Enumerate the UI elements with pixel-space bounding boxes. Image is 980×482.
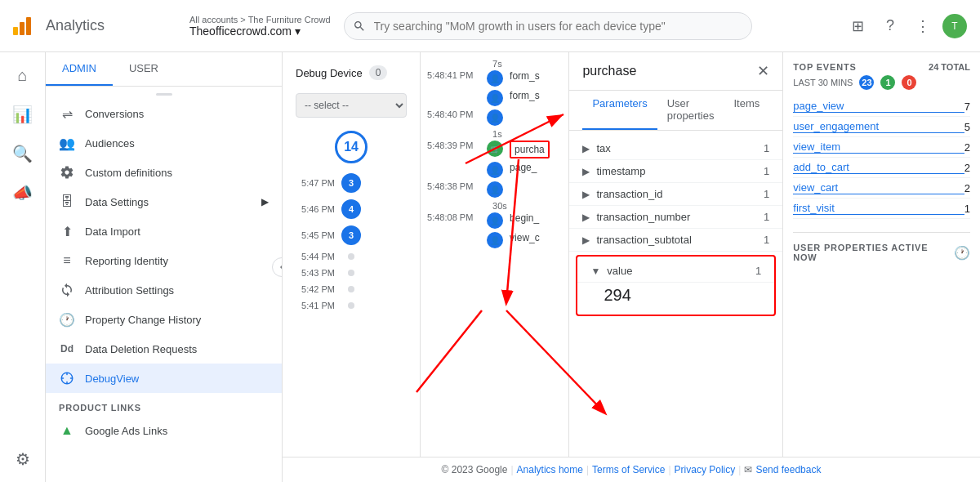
event-list-item-view-item: view_item 2: [793, 137, 970, 158]
event-time: 5:48:40 PM: [427, 109, 480, 119]
stream-row: 5:48:40 PM 👤: [427, 109, 562, 126]
param-name: tax: [596, 142, 764, 154]
sidebar-item-attribution-settings[interactable]: Attribution Settings: [46, 275, 282, 305]
tab-admin[interactable]: ADMIN: [46, 52, 113, 86]
custom-def-icon: [59, 164, 75, 181]
value-expanded: 294: [577, 283, 774, 311]
stream-row: 👤 form_s: [427, 90, 562, 106]
event-time: 5:48:38 PM: [427, 181, 480, 191]
product-links-section: PRODUCT LINKS: [46, 393, 282, 416]
main-area: Debug Device 0 -- select -- 14 5:47 PM 3: [283, 52, 980, 482]
sidebar: ADMIN USER ⇌ Conversions 👥 Audiences Cus…: [46, 52, 283, 482]
sidebar-item-change-history[interactable]: 🕐 Property Change History: [46, 305, 282, 334]
user-props-section: USER PROPERTIES ACTIVE NOW 🕐: [793, 232, 970, 262]
event-list-item-user-engagement: user_engagement 5: [793, 117, 970, 137]
sidebar-item-data-import[interactable]: ⬆ Data Import: [46, 216, 282, 246]
top-events-total: 24 TOTAL: [929, 62, 970, 72]
timeline-row: 5:45 PM 3: [296, 222, 407, 248]
sidebar-tabs: ADMIN USER: [46, 52, 282, 87]
apps-icon[interactable]: ⊞: [844, 13, 871, 39]
settings-bottom-icon[interactable]: ⚙: [7, 443, 39, 475]
google-ads-label: Google Ads Links: [85, 425, 167, 437]
event-link-view-item[interactable]: view_item: [793, 141, 964, 154]
sidebar-item-data-deletion[interactable]: Dd Data Deletion Requests: [46, 334, 282, 364]
account-name[interactable]: Theofficecrowd.com ▾: [189, 25, 331, 38]
expand-icon: ▶: [582, 212, 590, 223]
param-name: transaction_subtotal: [596, 234, 764, 246]
sidebar-item-audiences[interactable]: 👥 Audiences: [46, 128, 282, 158]
account-path: All accounts > The Furniture Crowd: [189, 15, 331, 25]
event-link-view-cart[interactable]: view_cart: [793, 181, 964, 194]
stream-row-purchase[interactable]: 5:48:39 PM 🛒 purcha: [427, 141, 562, 158]
data-settings-label: Data Settings: [85, 196, 149, 208]
timeline-row: 5:47 PM 3: [296, 170, 407, 196]
more-icon[interactable]: ⋮: [910, 13, 936, 39]
expand-icon: ▶: [582, 166, 590, 177]
search-input[interactable]: [344, 12, 752, 40]
param-value: 1: [764, 234, 769, 246]
param-row-value: ▼ value 1: [577, 260, 774, 283]
advertising-icon[interactable]: 📣: [7, 176, 39, 209]
analytics-home-link[interactable]: Analytics home: [517, 464, 583, 475]
home-icon[interactable]: ⌂: [7, 59, 39, 91]
stream-row: 5:48:41 PM 👤 form_s: [427, 70, 562, 87]
sidebar-item-conversions[interactable]: ⇌ Conversions: [46, 99, 282, 128]
help-icon[interactable]: ?: [877, 13, 903, 39]
search-bar[interactable]: [344, 12, 752, 40]
change-history-label: Property Change History: [85, 314, 201, 326]
privacy-link[interactable]: Privacy Policy: [675, 464, 736, 475]
param-row-timestamp: ▶ timestamp 1: [569, 160, 782, 183]
sidebar-item-data-settings[interactable]: 🗄 Data Settings ▶: [46, 187, 282, 216]
main-inner: Debug Device 0 -- select -- 14 5:47 PM 3: [283, 52, 980, 457]
debug-device-select[interactable]: -- select --: [296, 93, 407, 118]
event-link-add-to-cart[interactable]: add_to_cart: [793, 161, 964, 174]
account-area: All accounts > The Furniture Crowd Theof…: [189, 15, 331, 38]
feedback-link[interactable]: Send feedback: [755, 464, 821, 475]
purchase-event-icon: 🛒: [487, 141, 503, 157]
event-bubble: 3: [341, 225, 361, 245]
sidebar-item-reporting-identity[interactable]: ≡ Reporting Identity: [46, 246, 282, 275]
event-link-first-visit[interactable]: first_visit: [793, 202, 964, 215]
event-bubble: 4: [341, 199, 361, 219]
tab-items[interactable]: Items: [724, 91, 769, 130]
expand-icon: ▶: [582, 234, 590, 246]
tab-parameters[interactable]: Parameters: [582, 91, 657, 130]
debugview-icon: [59, 370, 75, 386]
timeline-row: 5:44 PM: [296, 248, 407, 265]
event-count: 7: [964, 100, 970, 113]
sidebar-item-custom-definitions[interactable]: Custom definitions: [46, 158, 282, 187]
audiences-icon: 👥: [59, 135, 75, 151]
close-button[interactable]: ✕: [757, 62, 769, 80]
value-expanded-section: ▼ value 1 294: [576, 255, 776, 316]
top-events-panel: TOP EVENTS 24 TOTAL LAST 30 MINS 23 1: [783, 52, 980, 457]
avatar[interactable]: T: [942, 14, 967, 38]
user-event-icon: 👤: [487, 162, 503, 178]
event-link-user-engagement[interactable]: user_engagement: [793, 120, 964, 133]
debug-timeline: 5:47 PM 3 5:46 PM 4 5:45 PM: [296, 170, 407, 314]
param-name: transaction_number: [596, 211, 764, 223]
sidebar-item-google-ads[interactable]: ▲ Google Ads Links: [46, 416, 282, 445]
explore-icon[interactable]: 🔍: [7, 137, 39, 170]
tab-user-properties[interactable]: User properties: [657, 91, 724, 130]
user-props-history-icon[interactable]: 🕐: [954, 245, 970, 261]
param-value: 1: [755, 265, 761, 277]
event-link-page-view[interactable]: page_view: [793, 100, 964, 113]
sidebar-item-debugview[interactable]: DebugView: [46, 364, 282, 393]
stream-row: 5:48:38 PM 👤: [427, 181, 562, 198]
top-events-subtitle: LAST 30 MINS 23 1 0: [793, 75, 970, 90]
event-name: begin_: [510, 212, 539, 224]
data-deletion-label: Data Deletion Requests: [85, 343, 197, 355]
user-event-icon: 👤: [487, 109, 503, 126]
event-count: 2: [964, 182, 970, 194]
param-value: 1: [764, 142, 769, 154]
debug-device-count: 0: [369, 65, 388, 80]
event-time: 5:48:39 PM: [427, 141, 480, 150]
event-stream: 7s 5:48:41 PM 👤 form_s 👤 form_s 5:48:40 …: [421, 52, 569, 457]
reports-icon[interactable]: 📊: [7, 98, 39, 131]
custom-def-label: Custom definitions: [85, 167, 172, 179]
event-bubble: 3: [341, 173, 361, 193]
param-row-transaction-id: ▶ transaction_id 1: [569, 183, 782, 206]
copyright: © 2023 Google: [442, 464, 508, 475]
tab-user[interactable]: USER: [113, 52, 175, 86]
terms-link[interactable]: Terms of Service: [592, 464, 665, 475]
